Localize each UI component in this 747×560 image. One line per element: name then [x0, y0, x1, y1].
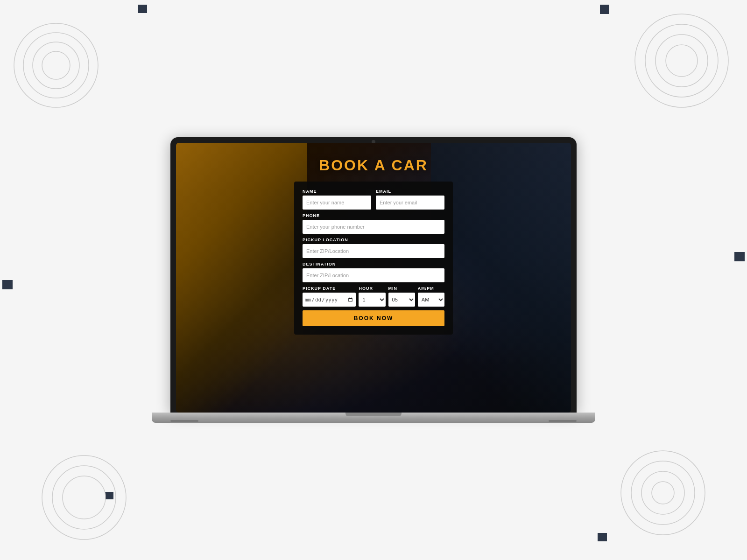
email-input[interactable] — [376, 196, 444, 210]
booking-form: NAME EMAIL PHONE — [294, 182, 453, 335]
svg-point-9 — [631, 461, 695, 525]
svg-point-2 — [33, 42, 79, 89]
svg-point-3 — [42, 51, 70, 79]
name-input[interactable] — [303, 196, 371, 210]
hour-select[interactable]: 1 2 3 4 5 6 7 8 9 10 11 — [359, 293, 385, 307]
svg-point-0 — [14, 23, 98, 107]
min-field-group: MIN 00 05 10 15 20 25 30 35 40 — [388, 286, 415, 307]
svg-point-7 — [666, 45, 698, 77]
laptop-foot-left — [170, 420, 198, 422]
book-now-button[interactable]: BOOK NOW — [303, 310, 444, 326]
deco-square-2 — [600, 5, 609, 14]
min-select[interactable]: 00 05 10 15 20 25 30 35 40 45 50 — [388, 293, 415, 307]
destination-input[interactable] — [303, 268, 444, 282]
svg-point-12 — [42, 455, 126, 539]
laptop-mockup: BOOK A CAR NAME EMAIL — [152, 137, 595, 423]
pickup-field-group: PICKUP LOCATION — [303, 238, 444, 258]
deco-square-5 — [598, 533, 607, 541]
email-field-group: EMAIL — [376, 189, 444, 210]
laptop-hinge — [345, 413, 402, 416]
laptop-bezel: BOOK A CAR NAME EMAIL — [170, 137, 577, 413]
laptop-screen: BOOK A CAR NAME EMAIL — [176, 143, 571, 413]
laptop-base — [152, 413, 595, 423]
phone-input[interactable] — [303, 220, 444, 234]
svg-point-11 — [652, 482, 674, 504]
min-label: MIN — [388, 286, 415, 291]
hour-field-group: HOUR 1 2 3 4 5 6 7 8 9 10 — [359, 286, 385, 307]
name-label: NAME — [303, 189, 371, 194]
phone-field-group: PHONE — [303, 213, 444, 234]
hero-background: BOOK A CAR NAME EMAIL — [176, 143, 571, 413]
svg-point-8 — [621, 451, 705, 535]
date-label: PICKUP DATE — [303, 286, 356, 291]
datetime-row: PICKUP DATE HOUR 1 2 3 4 5 6 — [303, 286, 444, 307]
name-field-group: NAME — [303, 189, 371, 210]
destination-field-group: DESTINATION — [303, 262, 444, 282]
ampm-label: AM/PM — [418, 286, 444, 291]
car-left — [176, 143, 307, 413]
hour-label: HOUR — [359, 286, 385, 291]
page-title: BOOK A CAR — [319, 157, 428, 174]
email-label: EMAIL — [376, 189, 444, 194]
deco-square-4 — [105, 492, 113, 499]
laptop-foot-right — [549, 420, 577, 422]
svg-point-1 — [23, 33, 89, 98]
svg-point-5 — [645, 24, 718, 97]
ampm-field-group: AM/PM AM PM — [418, 286, 444, 307]
destination-label: DESTINATION — [303, 262, 444, 266]
deco-square-3 — [2, 280, 13, 289]
name-email-row: NAME EMAIL — [303, 189, 444, 210]
deco-square-1 — [138, 5, 147, 13]
pickup-label: PICKUP LOCATION — [303, 238, 444, 242]
date-field-group: PICKUP DATE — [303, 286, 356, 307]
svg-point-6 — [655, 35, 708, 87]
pickup-input[interactable] — [303, 244, 444, 258]
svg-point-10 — [641, 471, 684, 514]
date-input[interactable] — [303, 293, 356, 307]
ampm-select[interactable]: AM PM — [418, 293, 444, 307]
svg-point-14 — [63, 476, 106, 519]
deco-square-6 — [734, 252, 745, 261]
phone-label: PHONE — [303, 213, 444, 218]
svg-point-4 — [635, 14, 728, 107]
